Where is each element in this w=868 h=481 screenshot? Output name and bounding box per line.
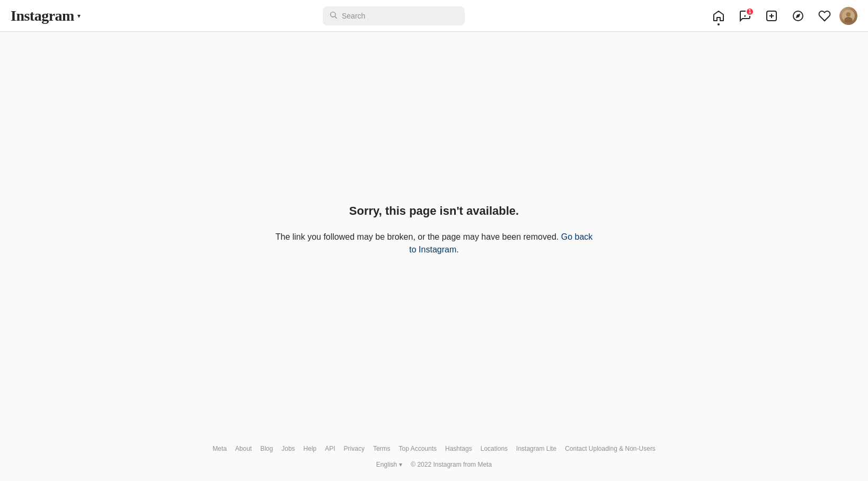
language-label: English <box>376 461 397 468</box>
messages-badge: 1 <box>746 7 754 16</box>
avatar <box>839 7 857 25</box>
footer-link-about[interactable]: About <box>235 445 252 452</box>
error-title: Sorry, this page isn't available. <box>275 204 593 218</box>
footer-links: MetaAboutBlogJobsHelpAPIPrivacyTermsTop … <box>11 445 857 452</box>
search-input[interactable] <box>323 6 465 25</box>
footer-link-blog[interactable]: Blog <box>260 445 273 452</box>
messages-button[interactable]: 1 <box>733 4 757 28</box>
header: Instagram ▾ 1 <box>0 0 868 32</box>
error-description: The link you followed may be broken, or … <box>275 231 593 256</box>
profile-button[interactable] <box>839 7 857 25</box>
error-link-suffix: . <box>456 245 458 254</box>
footer-link-hashtags[interactable]: Hashtags <box>445 445 472 452</box>
language-chevron-icon: ▾ <box>399 461 402 468</box>
explore-button[interactable] <box>786 4 810 28</box>
footer-link-locations[interactable]: Locations <box>481 445 508 452</box>
svg-marker-6 <box>796 13 800 18</box>
logo-chevron-icon[interactable]: ▾ <box>77 12 81 20</box>
svg-point-8 <box>846 12 851 16</box>
home-button[interactable] <box>707 4 730 28</box>
footer-link-api[interactable]: API <box>325 445 335 452</box>
footer-link-help[interactable]: Help <box>304 445 317 452</box>
footer-link-top-accounts[interactable]: Top Accounts <box>399 445 437 452</box>
header-left: Instagram ▾ <box>11 7 81 24</box>
home-active-dot <box>718 23 720 25</box>
footer-link-privacy[interactable]: Privacy <box>344 445 365 452</box>
search-icon <box>329 11 338 21</box>
instagram-logo[interactable]: Instagram <box>11 7 74 24</box>
new-post-button[interactable] <box>760 4 783 28</box>
footer-link-meta[interactable]: Meta <box>212 445 227 452</box>
footer: MetaAboutBlogJobsHelpAPIPrivacyTermsTop … <box>0 428 868 481</box>
footer-link-contact[interactable]: Contact Uploading & Non-Users <box>565 445 656 452</box>
search-container <box>323 6 465 25</box>
activity-button[interactable] <box>813 4 836 28</box>
footer-bottom: English ▾ © 2022 Instagram from Meta <box>11 461 857 468</box>
svg-line-1 <box>335 16 337 19</box>
error-container: Sorry, this page isn't available. The li… <box>275 204 593 256</box>
footer-link-instagram-lite[interactable]: Instagram Lite <box>516 445 556 452</box>
main-content: Sorry, this page isn't available. The li… <box>0 32 868 428</box>
error-description-text: The link you followed may be broken, or … <box>276 232 559 241</box>
header-nav: 1 <box>707 4 857 28</box>
svg-point-0 <box>331 12 335 17</box>
search-area <box>323 6 465 25</box>
footer-link-jobs[interactable]: Jobs <box>281 445 295 452</box>
copyright-text: © 2022 Instagram from Meta <box>411 461 492 468</box>
footer-link-terms[interactable]: Terms <box>373 445 391 452</box>
language-selector[interactable]: English ▾ <box>376 461 402 468</box>
